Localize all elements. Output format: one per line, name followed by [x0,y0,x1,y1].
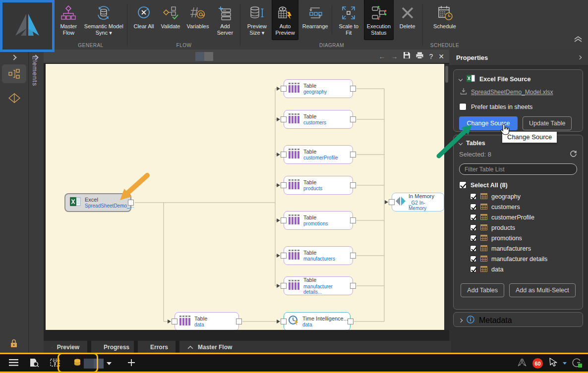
nav-back-icon[interactable]: ← [378,53,385,60]
elements-panel-label[interactable]: Elements [31,55,39,86]
master-flow-button[interactable]: Master Flow [57,0,81,40]
scale-to-fit-button[interactable]: Scale to Fit [335,0,362,40]
table-item-checkbox[interactable] [470,224,476,231]
connector-in[interactable] [172,319,177,324]
add-server-button[interactable]: Add Server [213,0,237,40]
connector-out[interactable] [236,319,242,324]
lock-icon[interactable] [10,339,18,350]
source-file-link[interactable]: SpreadSheetDemo_Model.xlsx [471,89,553,96]
document-search-icon[interactable] [29,358,39,369]
connector-out[interactable] [350,283,356,289]
add-multi-select-button[interactable]: Add as Multi-Select [509,283,576,297]
connector-out[interactable] [350,253,356,259]
prefer-tables-checkbox[interactable] [459,103,467,110]
add-tab-icon[interactable] [127,359,135,369]
add-tables-button[interactable]: Add Tables [461,283,504,297]
table-list-item[interactable]: customerProfile [470,212,577,222]
diagram-node-table-products[interactable]: Tableproducts [284,176,353,195]
properties-collapse-icon[interactable] [578,55,582,59]
diagram-node-table-manufacturer-details[interactable]: Tablemanufacturer details... [284,276,353,295]
save-icon[interactable] [403,52,411,61]
connector-in[interactable] [281,283,287,289]
table-list-item[interactable]: manufacturer details [470,254,577,264]
table-item-checkbox[interactable] [470,235,476,241]
help-icon[interactable]: ? [429,53,433,60]
validate-button[interactable]: Validate [159,0,182,40]
table-list-item[interactable]: products [470,222,577,233]
connector-in[interactable] [281,86,287,92]
connector-in[interactable] [281,217,287,223]
logo-mini-icon[interactable] [517,358,527,369]
table-item-checkbox[interactable] [470,214,476,220]
connector-out[interactable] [350,116,356,122]
connector-in[interactable] [281,319,287,324]
semantic-model-sync-button[interactable]: Semantic Model Sync ▾ [83,0,125,40]
print-icon[interactable] [416,52,423,61]
section-collapse-icon[interactable] [459,141,463,145]
sidebar-expand-icon[interactable] [11,54,16,60]
execution-status-button[interactable]: Execution Status [364,0,394,40]
rearrange-button[interactable]: Rearrange [300,0,330,40]
tab-errors[interactable]: Errors [138,341,176,354]
table-list-item[interactable]: customers [470,202,577,212]
table-item-checkbox[interactable] [470,266,476,272]
clear-all-button[interactable]: Clear All [131,0,157,40]
connector-in[interactable] [281,152,287,158]
tab-preview[interactable]: Preview [44,341,87,354]
diagram-node-excel-source[interactable]: ExcelSpreadSheetDemo_... [64,193,131,212]
nav-forward-icon[interactable]: → [391,53,398,60]
table-list-item[interactable]: manufacturers [470,243,577,254]
table-item-checkbox[interactable] [470,245,476,252]
connector-out[interactable] [350,182,356,188]
sidebar-tool-diamond[interactable] [8,93,20,105]
diagram-node-table-geography[interactable]: Tablegeography [284,79,353,98]
tab-progress[interactable]: Progress [91,341,134,354]
delete-button[interactable]: Delete [395,0,419,40]
connector-out[interactable] [350,217,356,223]
diagram-node-table-data[interactable]: Tabledata [175,312,239,330]
connector-out[interactable] [350,86,356,92]
table-list-item[interactable]: geography [470,191,577,202]
auto-preview-button[interactable]: Auto Preview [272,0,298,40]
connector-in[interactable] [389,199,395,205]
metadata-expand-icon[interactable] [459,319,463,322]
connector-out[interactable] [128,200,134,206]
table-list-item[interactable]: data [470,264,577,274]
diagram-node-in-memory[interactable]: In Memory_G2 In-Memory [392,193,444,212]
table-item-checkbox[interactable] [470,204,476,210]
table-item-checkbox[interactable] [470,256,476,262]
canvas-vertical-scrollbar[interactable] [444,64,449,330]
app-logo[interactable] [13,12,42,40]
variables-button[interactable]: Variables [184,0,211,40]
diagram-node-table-promotions[interactable]: Tablepromotions [284,211,353,230]
connector-in[interactable] [281,116,287,122]
connector-out[interactable] [348,319,353,324]
filter-table-input[interactable] [459,163,577,175]
connection-status-icon[interactable] [572,358,582,370]
table-item-checkbox[interactable] [470,193,476,200]
section-collapse-icon[interactable] [459,77,463,81]
mini-dropdown-caret-icon[interactable] [563,362,567,365]
notification-badge[interactable]: 60 [532,358,543,369]
diagram-surface[interactable]: ExcelSpreadSheetDemo_... Tablegeography … [46,64,444,330]
connector-out[interactable] [350,152,356,158]
refresh-icon[interactable] [570,150,577,159]
sidebar-tool-flow-elements[interactable] [2,64,26,83]
preview-size-button[interactable]: Preview Size ▾ [244,0,270,40]
diagram-node-table-manufacturers[interactable]: Tablemanufacturers [284,246,353,265]
close-canvas-icon[interactable]: ✕ [438,53,444,60]
diagram-node-time-intelligence[interactable]: Time Intelligence...data [284,312,351,330]
connector-in[interactable] [281,253,287,259]
schedule-button[interactable]: Schedule [430,0,460,40]
menu-icon[interactable] [9,359,18,368]
table-list-item[interactable]: promotions [470,233,577,243]
tab-master-flow[interactable]: Master Flow [179,341,451,354]
connector-in[interactable] [281,182,287,188]
diagram-node-table-customers[interactable]: Tablecustomers [284,110,353,129]
update-table-button[interactable]: Update Table [523,116,572,130]
ribbon-collapse-icon[interactable] [573,36,583,45]
select-all-checkbox[interactable] [459,181,467,189]
pointer-icon[interactable] [548,358,557,369]
diagram-node-table-customerprofile[interactable]: TablecustomerProfile [284,145,353,164]
metadata-section[interactable]: Metadata [453,312,583,327]
